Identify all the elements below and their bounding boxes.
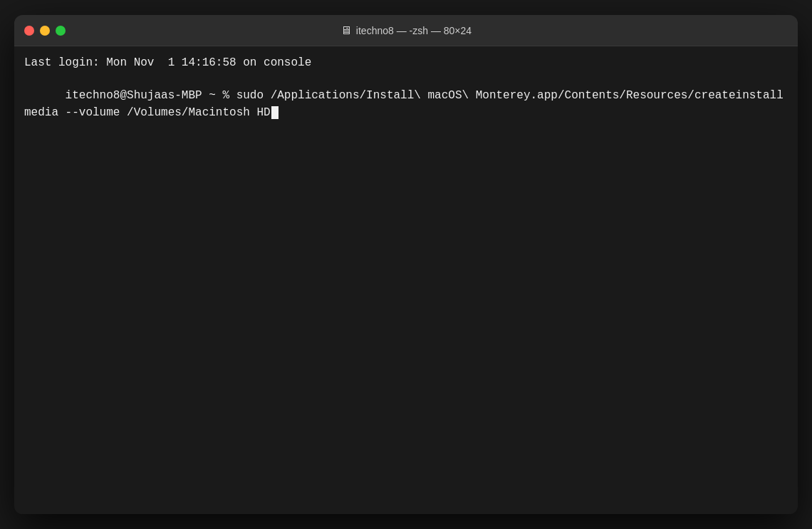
title-bar-text: 🖥 itechno8 — -zsh — 80×24	[340, 24, 472, 37]
close-button[interactable]	[24, 26, 34, 36]
minimize-button[interactable]	[40, 26, 50, 36]
window-title: itechno8 — -zsh — 80×24	[356, 25, 472, 36]
terminal-window: 🖥 itechno8 — -zsh — 80×24 Last login: Mo…	[14, 15, 798, 514]
terminal-line-1: Last login: Mon Nov 1 14:16:58 on consol…	[24, 55, 788, 71]
maximize-button[interactable]	[56, 26, 66, 36]
terminal-icon: 🖥	[340, 24, 352, 37]
window-controls	[24, 26, 66, 36]
title-bar: 🖥 itechno8 — -zsh — 80×24	[14, 15, 798, 46]
terminal-line-2: itechno8@Shujaas-MBP ~ % sudo /Applicati…	[24, 71, 788, 138]
terminal-cursor	[271, 106, 279, 119]
terminal-body[interactable]: Last login: Mon Nov 1 14:16:58 on consol…	[14, 46, 798, 514]
terminal-command: itechno8@Shujaas-MBP ~ % sudo /Applicati…	[24, 89, 784, 118]
